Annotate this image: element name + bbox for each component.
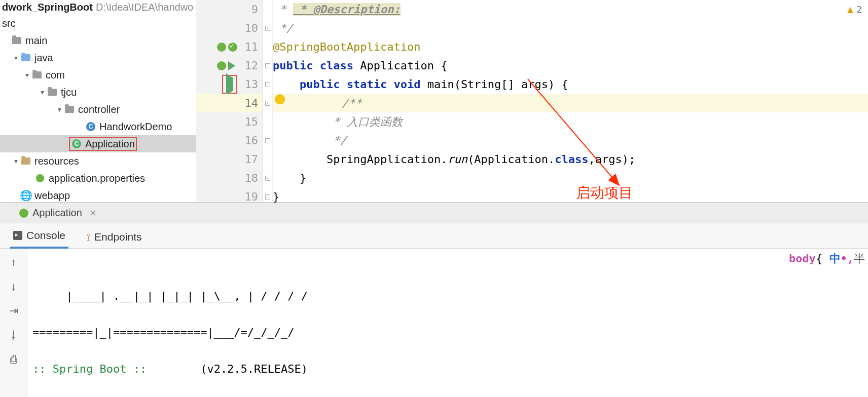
code: /** <box>288 97 362 109</box>
gutter-line[interactable]: 14 <box>196 94 262 112</box>
run-icons[interactable] <box>217 43 237 52</box>
label: application.properties <box>49 173 145 184</box>
fold-icon[interactable]: - <box>265 138 270 143</box>
console-toolbar: ↑ ↓ ⇥ ⭳ ⎙ <box>0 249 27 397</box>
fold-icon[interactable]: - <box>265 26 270 31</box>
console-icon <box>13 231 22 240</box>
label: src <box>2 18 16 29</box>
run-icon[interactable] <box>228 61 235 70</box>
console-line: =========|_|==============|___/=/_/_/_/ <box>32 324 863 342</box>
code: @SpringBootApplication <box>273 41 420 53</box>
project-tree[interactable]: dwork_SpringBoot D:\Idea\IDEA\handwo src… <box>0 0 196 202</box>
tree-item-props[interactable]: application.properties <box>0 170 196 187</box>
run-icons[interactable] <box>217 61 235 70</box>
print-icon[interactable]: ⎙ <box>10 353 17 366</box>
gutter-line[interactable]: 17 <box>196 150 262 169</box>
close-icon[interactable]: ✕ <box>89 208 97 219</box>
code-area[interactable]: * * @Description: */ @SpringBootApplicat… <box>273 0 868 202</box>
scroll-to-end-icon[interactable]: ⭳ <box>8 329 19 342</box>
tree-item-java[interactable]: ▾java <box>0 49 196 66</box>
gutter-line[interactable]: 19 <box>196 187 262 206</box>
warnings-indicator[interactable]: ▲2 <box>847 3 862 15</box>
tree-item-controller[interactable]: ▾controller <box>0 101 196 118</box>
folder-icon <box>64 104 75 115</box>
gutter-line[interactable]: 16 <box>196 131 262 150</box>
chevron-down-icon: ▾ <box>22 71 31 79</box>
spring-icon <box>217 43 226 52</box>
fold-icon[interactable]: - <box>265 82 270 87</box>
tree-item-tjcu[interactable]: ▾tjcu <box>0 84 196 101</box>
tree-item-resources[interactable]: ▾resources <box>0 152 196 170</box>
warning-icon: ▲ <box>847 3 853 15</box>
project-name: dwork_SpringBoot <box>2 2 93 13</box>
spring-icon <box>34 173 46 184</box>
label: com <box>46 69 65 81</box>
label: tjcu <box>61 87 77 98</box>
fold-column[interactable]: - - - - - - - <box>263 0 273 202</box>
tab-console[interactable]: Console <box>10 225 68 249</box>
chevron-down-icon: ▾ <box>55 105 64 113</box>
chevron-down-icon: ▾ <box>11 54 20 62</box>
tree-item-main[interactable]: main <box>0 32 196 49</box>
folder-icon <box>11 35 22 46</box>
lightbulb-icon[interactable] <box>275 94 285 104</box>
class-icon: C <box>85 121 96 132</box>
scroll-down-icon[interactable]: ↓ <box>11 280 16 293</box>
chevron-down-icon: ▾ <box>11 157 20 165</box>
ime-indicator: body{ 中•,半 <box>789 250 865 268</box>
folder-icon <box>20 155 31 167</box>
label: HandworkDemo <box>99 121 172 133</box>
annotation-label: 启动项目 <box>576 183 633 203</box>
tree-item-src[interactable]: src <box>0 15 196 32</box>
endpoints-icon: ⟟ <box>87 231 90 243</box>
spring-icon <box>19 209 28 218</box>
gutter-line[interactable]: 11 <box>196 37 262 56</box>
fold-icon[interactable]: - <box>265 63 270 68</box>
chevron-down-icon: ▾ <box>38 88 47 96</box>
code: * 入口类函数 <box>273 114 403 130</box>
code: */ <box>273 22 293 34</box>
code: * @Description: <box>293 3 401 16</box>
gutter-line[interactable]: 13 <box>196 75 262 94</box>
soft-wrap-icon[interactable]: ⇥ <box>9 304 18 317</box>
label: Console <box>26 229 65 242</box>
run-tab-bar[interactable]: Application ✕ <box>0 203 868 223</box>
gutter[interactable]: 9 10 11 12 13 14 15 16 17 18 19 <box>196 0 263 202</box>
label: main <box>25 35 47 47</box>
console-line: :: Spring Boot :: (v2.2.5.RELEASE) <box>32 360 863 378</box>
code: } <box>273 190 279 203</box>
run-config-name[interactable]: Application <box>32 207 82 219</box>
tree-item-com[interactable]: ▾com <box>0 66 196 84</box>
gutter-line[interactable]: 15 <box>196 112 262 131</box>
console-output[interactable]: body{ 中•,半 |____| .__|_| |_|_| |_\__, | … <box>27 249 868 397</box>
tree-item-application[interactable]: CApplication <box>0 135 196 152</box>
console-line: |____| .__|_| |_|_| |_\__, | / / / / <box>32 287 863 305</box>
fold-icon[interactable]: - <box>265 176 270 181</box>
run-subtabs: Console ⟟Endpoints <box>0 223 868 249</box>
folder-icon <box>31 69 43 81</box>
label: java <box>34 52 53 64</box>
fold-icon[interactable]: - <box>265 101 270 106</box>
tree-item-webapp[interactable]: 🌐webapp <box>0 187 196 202</box>
folder-icon <box>47 87 58 98</box>
gutter-line[interactable]: 18 <box>196 169 262 187</box>
label: Application <box>85 138 135 150</box>
project-path: D:\Idea\IDEA\handwo <box>96 2 193 13</box>
label: controller <box>78 104 120 115</box>
run-panel: Application ✕ Console ⟟Endpoints ↑ ↓ ⇥ ⭳… <box>0 203 868 397</box>
class-icon: C <box>71 138 82 149</box>
fold-icon[interactable]: - <box>265 194 270 200</box>
gutter-line[interactable]: 10 <box>196 19 262 37</box>
tree-item-handworkdemo[interactable]: CHandworkDemo <box>0 118 196 135</box>
scroll-up-icon[interactable]: ↑ <box>11 256 16 269</box>
label: webapp <box>34 190 70 202</box>
check-icon <box>228 43 237 52</box>
code: } <box>273 172 306 184</box>
run-main-icon[interactable] <box>222 75 237 94</box>
code: */ <box>273 134 347 147</box>
tab-endpoints[interactable]: ⟟Endpoints <box>84 227 144 248</box>
web-icon: 🌐 <box>20 190 31 201</box>
gutter-line[interactable]: 9 <box>196 0 262 19</box>
editor[interactable]: 9 10 11 12 13 14 15 16 17 18 19 - - - - … <box>196 0 868 202</box>
gutter-line[interactable]: 12 <box>196 56 262 75</box>
